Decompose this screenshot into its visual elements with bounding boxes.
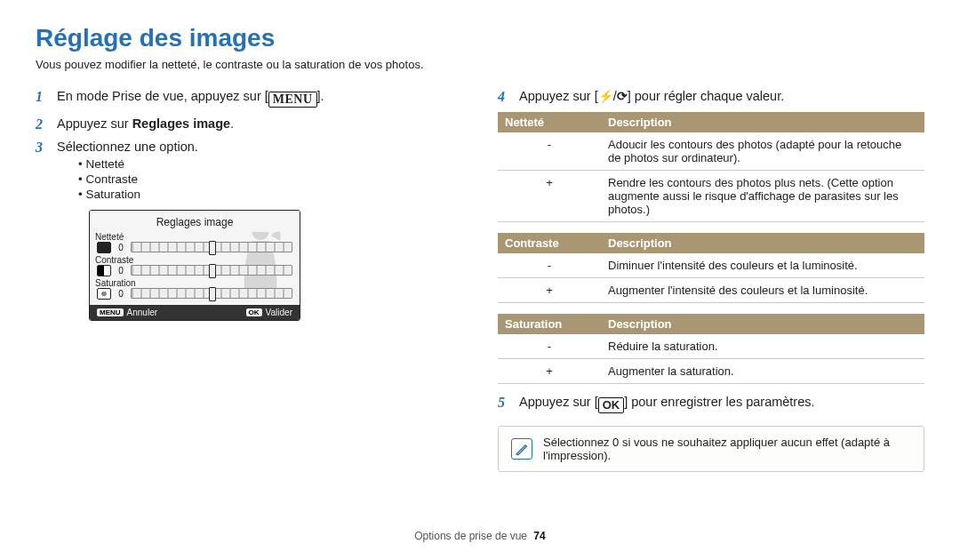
timer-icon: ⟳ (617, 89, 628, 103)
sharpness-icon (97, 242, 111, 253)
table-header: Description (601, 314, 924, 334)
lcd-value: 0 (116, 243, 126, 252)
table-row: + Rendre les contours des photos plus ne… (498, 170, 924, 221)
saturation-icon (97, 288, 111, 300)
table-header: Netteté (498, 112, 601, 132)
page-title: Réglage des images (36, 25, 924, 52)
bullet-item: Netteté (78, 157, 462, 171)
note-text: Sélectionnez 0 si vous ne souhaitez appl… (543, 436, 911, 462)
page-intro: Vous pouvez modifier la netteté, le cont… (36, 58, 924, 71)
step-4-text-pre: Appuyez sur [ (519, 89, 598, 103)
left-column: 1 En mode Prise de vue, appuyez sur [MEN… (36, 89, 462, 472)
table-row: + Augmenter la saturation. (498, 358, 924, 383)
step-3-bullets: Netteté Contraste Saturation (78, 157, 462, 201)
camera-lcd-preview: Reglages image Netteté 0 Contraste 0 Sat… (89, 210, 300, 321)
menu-button-icon: MENU (268, 92, 317, 108)
step-1-text-pre: En mode Prise de vue, appuyez sur [ (57, 89, 268, 103)
table-row: - Réduire la saturation. (498, 334, 924, 359)
step-5-text-pre: Appuyez sur [ (519, 395, 598, 409)
lcd-slider (131, 242, 292, 252)
page-footer: Options de prise de vue 74 (0, 530, 960, 542)
step-1-text-post: ]. (317, 89, 324, 103)
step-1: 1 En mode Prise de vue, appuyez sur [MEN… (36, 89, 462, 108)
table-value: Réduire la saturation. (601, 334, 924, 359)
table-header: Description (601, 233, 924, 253)
lcd-cancel: MENUAnnuler (97, 308, 157, 317)
lcd-value: 0 (116, 289, 126, 299)
note-icon (511, 438, 532, 460)
table-value: Augmenter l'intensité des couleurs et la… (601, 277, 924, 302)
ok-tag-icon: OK (246, 308, 262, 316)
table-contraste: Contraste Description - Diminuer l'inten… (498, 233, 924, 303)
step-number: 5 (498, 395, 505, 411)
table-key: + (498, 277, 601, 302)
lcd-confirm-label: Valider (266, 308, 292, 317)
table-value: Diminuer l'intensité des couleurs et la … (601, 253, 924, 278)
step-number: 2 (36, 116, 43, 132)
lcd-slider (131, 265, 292, 276)
lcd-confirm: OKValider (246, 308, 292, 317)
menu-tag-icon: MENU (97, 308, 124, 316)
lcd-slider-row: 0 (90, 241, 300, 255)
table-saturation: Saturation Description - Réduire la satu… (498, 314, 924, 384)
table-row: - Diminuer l'intensité des couleurs et l… (498, 253, 924, 278)
step-4-text-post: ] pour régler chaque valeur. (628, 89, 785, 103)
step-4: 4 Appuyez sur [⚡/⟳] pour régler chaque v… (498, 89, 924, 103)
table-key: + (498, 170, 601, 221)
lcd-slider (131, 288, 292, 299)
step-2-bold: Reglages image (132, 116, 230, 131)
lcd-cancel-label: Annuler (127, 308, 157, 317)
lcd-footer: MENUAnnuler OKValider (90, 305, 300, 320)
table-key: - (498, 253, 601, 278)
table-header: Saturation (498, 314, 601, 334)
step-2: 2 Appuyez sur Reglages image. (36, 116, 462, 131)
table-value: Adoucir les contours des photos (adapté … (601, 132, 924, 171)
table-key: - (498, 334, 601, 359)
table-row: - Adoucir les contours des photos (adapt… (498, 132, 924, 171)
footer-section: Options de prise de vue (414, 530, 527, 542)
ok-button-icon: OK (598, 397, 625, 413)
step-5-text-post: ] pour enregistrer les paramètres. (624, 395, 814, 409)
table-row: + Augmenter l'intensité des couleurs et … (498, 277, 924, 302)
note-box: Sélectionnez 0 si vous ne souhaitez appl… (498, 426, 924, 472)
step-2-text-post: . (230, 116, 234, 131)
flash-icon: ⚡ (598, 89, 613, 103)
footer-page-number: 74 (533, 530, 545, 542)
step-5: 5 Appuyez sur [OK] pour enregistrer les … (498, 395, 924, 413)
step-3-text: Sélectionnez une option. (57, 140, 198, 154)
table-value: Rendre les contours des photos plus nets… (601, 170, 924, 221)
step-number: 3 (36, 140, 43, 156)
bullet-item: Contraste (78, 172, 462, 186)
lcd-value: 0 (116, 266, 126, 276)
lcd-title: Reglages image (90, 211, 300, 232)
bullet-item: Saturation (78, 188, 462, 201)
step-2-text-pre: Appuyez sur (57, 116, 132, 131)
step-3: 3 Sélectionnez une option. Netteté Contr… (36, 140, 462, 201)
table-key: - (498, 132, 601, 171)
contrast-icon (97, 265, 111, 276)
table-header: Description (601, 112, 924, 132)
table-header: Contraste (498, 233, 601, 253)
right-column: 4 Appuyez sur [⚡/⟳] pour régler chaque v… (498, 89, 924, 472)
table-nettete: Netteté Description - Adoucir les contou… (498, 112, 924, 222)
step-number: 1 (36, 89, 43, 105)
lcd-slider-row: 0 (90, 264, 300, 278)
table-value: Augmenter la saturation. (601, 358, 924, 383)
lcd-slider-row: 0 (90, 287, 300, 301)
step-number: 4 (498, 89, 505, 105)
table-key: + (498, 358, 601, 383)
